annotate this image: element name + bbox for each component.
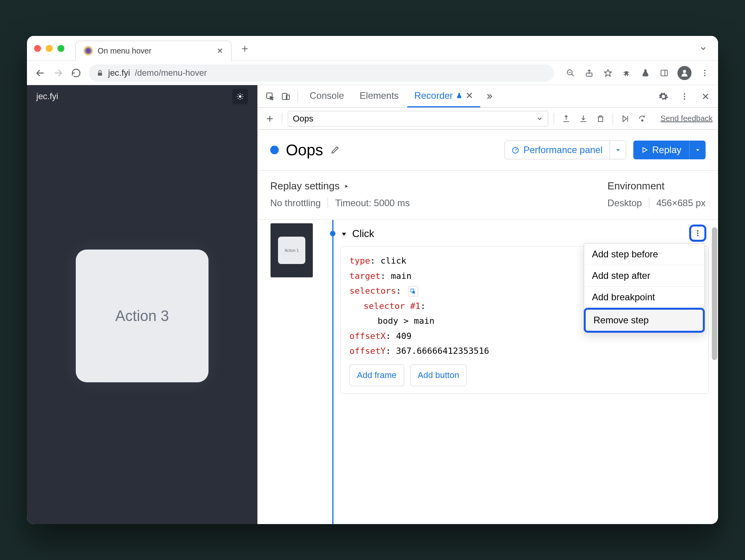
content-area: jec.fyi Action 3 Console Elements bbox=[27, 85, 718, 524]
timeline-dot bbox=[330, 231, 335, 236]
forward-button[interactable] bbox=[53, 68, 64, 78]
zoom-out-icon[interactable] bbox=[565, 68, 576, 78]
recorder-toolbar: Send feedback bbox=[258, 108, 718, 130]
send-feedback-link[interactable]: Send feedback bbox=[653, 114, 713, 123]
action-card-label: Action 3 bbox=[115, 308, 169, 325]
menu-remove-step[interactable]: Remove step bbox=[584, 308, 705, 333]
add-recording-button[interactable] bbox=[263, 112, 276, 125]
settings-icon[interactable] bbox=[656, 89, 670, 103]
address-bar[interactable]: jec.fyi/demo/menu-hover bbox=[89, 64, 554, 82]
back-button[interactable] bbox=[35, 68, 46, 78]
add-button-button[interactable]: Add button bbox=[410, 364, 467, 387]
menu-add-breakpoint[interactable]: Add breakpoint bbox=[584, 287, 704, 308]
toolbar-actions bbox=[561, 66, 710, 80]
sidepanel-icon[interactable] bbox=[659, 68, 670, 78]
lock-icon bbox=[96, 70, 103, 77]
share-icon[interactable] bbox=[584, 68, 595, 78]
inspect-icon[interactable] bbox=[263, 89, 277, 103]
continue-icon[interactable] bbox=[618, 112, 632, 125]
recording-status-dot bbox=[270, 146, 279, 154]
labs-icon[interactable] bbox=[640, 68, 651, 78]
reload-button[interactable] bbox=[71, 68, 82, 78]
recording-header: Oops Performance panel Replay bbox=[258, 130, 718, 171]
profile-avatar[interactable] bbox=[677, 66, 692, 80]
replay-button[interactable]: Replay bbox=[633, 141, 706, 159]
action-card[interactable]: Action 3 bbox=[76, 250, 209, 382]
replay-dropdown-button[interactable] bbox=[689, 141, 706, 159]
page-body: Action 3 bbox=[27, 108, 257, 524]
svg-point-46 bbox=[697, 232, 699, 234]
new-tab-button[interactable]: ＋ bbox=[239, 41, 250, 56]
edit-title-button[interactable] bbox=[330, 145, 340, 155]
svg-marker-7 bbox=[604, 69, 611, 76]
tab-title: On menu hover bbox=[98, 46, 212, 55]
scrollbar[interactable] bbox=[712, 227, 717, 360]
steps-area: Action 1 Click bbox=[258, 220, 718, 524]
recording-title: Oops bbox=[286, 141, 323, 159]
step-title: Click bbox=[352, 228, 374, 240]
browser-menu-icon[interactable] bbox=[699, 68, 710, 78]
timeline-line bbox=[332, 220, 333, 524]
throttling-value: No throttling bbox=[270, 198, 321, 209]
device-mode-icon[interactable] bbox=[279, 89, 293, 103]
more-tabs-icon[interactable] bbox=[482, 89, 496, 103]
svg-line-19 bbox=[238, 94, 239, 95]
tab-recorder[interactable]: Recorder ✕ bbox=[407, 85, 480, 107]
replay-settings-toggle[interactable]: Replay settings bbox=[270, 180, 410, 192]
svg-marker-35 bbox=[623, 116, 626, 121]
devtools-menu-icon[interactable] bbox=[677, 89, 692, 103]
svg-point-38 bbox=[512, 148, 518, 153]
tabs-dropdown-button[interactable] bbox=[699, 45, 711, 52]
select-element-icon[interactable] bbox=[408, 286, 418, 296]
svg-point-26 bbox=[684, 93, 685, 95]
step-over-icon[interactable] bbox=[636, 112, 649, 125]
add-frame-button[interactable]: Add frame bbox=[349, 364, 404, 387]
svg-point-14 bbox=[239, 95, 242, 98]
minimize-window-button[interactable] bbox=[46, 45, 53, 52]
tab-console[interactable]: Console bbox=[303, 85, 351, 107]
svg-point-12 bbox=[704, 72, 706, 74]
step-context-menu: Add step before Add step after Add break… bbox=[584, 243, 705, 333]
extensions-icon[interactable] bbox=[621, 68, 632, 78]
svg-marker-43 bbox=[345, 184, 348, 187]
recording-name-input[interactable] bbox=[293, 114, 533, 124]
thumbnail-label: Action 1 bbox=[278, 237, 305, 264]
bookmark-icon[interactable] bbox=[602, 68, 613, 78]
svg-rect-2 bbox=[98, 73, 102, 76]
titlebar: On menu hover ✕ ＋ bbox=[27, 36, 718, 61]
window-controls bbox=[34, 45, 64, 52]
close-tab-button[interactable]: ✕ bbox=[217, 46, 223, 55]
svg-line-20 bbox=[242, 98, 242, 99]
svg-marker-41 bbox=[643, 148, 647, 152]
close-tab-icon[interactable]: ✕ bbox=[465, 90, 473, 101]
menu-add-step-before[interactable]: Add step before bbox=[584, 244, 704, 265]
site-name: jec.fyi bbox=[36, 91, 58, 102]
tab-elements[interactable]: Elements bbox=[353, 85, 406, 107]
svg-point-27 bbox=[684, 96, 685, 97]
step-menu-button[interactable] bbox=[689, 225, 706, 242]
close-window-button[interactable] bbox=[34, 45, 41, 52]
maximize-window-button[interactable] bbox=[57, 45, 64, 52]
close-devtools-icon[interactable] bbox=[699, 89, 713, 103]
performance-panel-button[interactable]: Performance panel bbox=[504, 141, 627, 159]
delete-icon[interactable] bbox=[594, 112, 607, 125]
recording-selector[interactable] bbox=[288, 111, 548, 127]
environment-title: Environment bbox=[608, 180, 706, 192]
env-device: Desktop bbox=[608, 198, 642, 209]
env-size: 456×685 px bbox=[656, 198, 706, 209]
svg-point-13 bbox=[704, 75, 706, 76]
devtools-panel: Console Elements Recorder ✕ bbox=[257, 85, 718, 524]
import-icon[interactable] bbox=[577, 112, 590, 125]
step-thumbnail[interactable]: Action 1 bbox=[270, 223, 313, 278]
svg-marker-44 bbox=[342, 233, 346, 236]
theme-toggle-button[interactable] bbox=[232, 89, 248, 104]
svg-point-45 bbox=[697, 230, 699, 232]
export-icon[interactable] bbox=[560, 112, 573, 125]
svg-rect-8 bbox=[661, 70, 668, 76]
menu-add-step-after[interactable]: Add step after bbox=[584, 265, 704, 287]
page-header: jec.fyi bbox=[27, 85, 257, 108]
browser-tab[interactable]: On menu hover ✕ bbox=[75, 41, 232, 61]
svg-point-28 bbox=[684, 98, 685, 100]
devtools-tabs: Console Elements Recorder ✕ bbox=[258, 85, 718, 108]
perf-dropdown-button[interactable] bbox=[610, 141, 626, 159]
